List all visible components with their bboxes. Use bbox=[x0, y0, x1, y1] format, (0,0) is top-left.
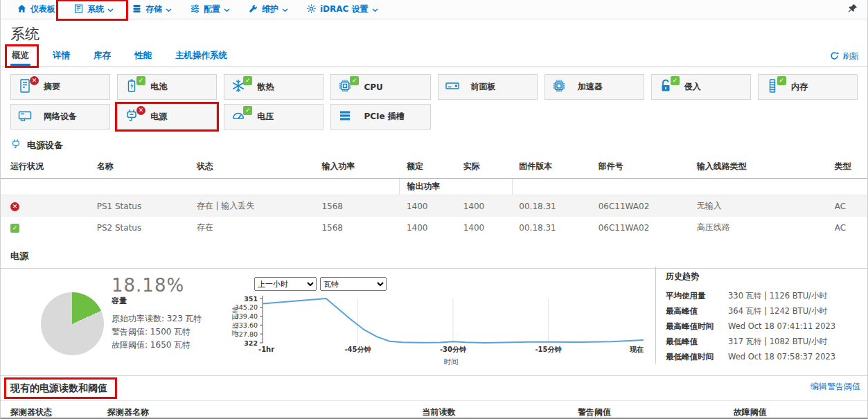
card-front-panel[interactable]: 前面板 bbox=[438, 74, 538, 100]
nav-label: 系统 bbox=[87, 3, 104, 15]
tab-label: 主机操作系统 bbox=[175, 50, 227, 60]
capacity-label: 容量 bbox=[112, 296, 202, 306]
nav-label: 存储 bbox=[145, 3, 162, 15]
psu-actual: 1400 bbox=[457, 217, 513, 238]
psu-header-row: 运行状况 名称 状态 输入功率 额定 实际 固件版本 部件号 输入线路类型 类型 bbox=[1, 155, 867, 179]
system-icon bbox=[73, 3, 84, 16]
history-row: 最低峰值 317 瓦特 | 1082 BTU/小时 bbox=[666, 337, 862, 347]
history-value: 317 瓦特 | 1082 BTU/小时 bbox=[728, 337, 827, 347]
col-name: 名称 bbox=[90, 155, 190, 179]
nav-item-maintenance[interactable]: 维护 bbox=[239, 0, 297, 19]
front-panel-icon bbox=[445, 78, 460, 96]
card-label: 侵入 bbox=[684, 81, 701, 93]
history-label: 最低峰值 bbox=[666, 337, 728, 347]
card-accelerator[interactable]: 加速器 bbox=[544, 74, 644, 100]
svg-text:-1hr: -1hr bbox=[258, 346, 274, 353]
tab-details[interactable]: 详情 bbox=[51, 46, 71, 66]
tab-performance[interactable]: 性能 bbox=[133, 46, 153, 66]
nav-item-dashboard[interactable]: 仪表板 bbox=[8, 0, 64, 19]
svg-text:339.40: 339.40 bbox=[235, 312, 258, 320]
psu-part-number: 06C11WA02 bbox=[592, 217, 690, 238]
status-card-grid: 摘要 电池 散热 CPU 前面板 加速器 侵入 内存 网络设备 电源 bbox=[10, 74, 858, 130]
card-network-devices[interactable]: 网络设备 bbox=[10, 104, 110, 130]
chevron-down-icon bbox=[224, 5, 230, 15]
power-section-title: 电源 bbox=[1, 249, 867, 269]
card-cooling[interactable]: 散热 bbox=[224, 74, 324, 100]
card-intrusion[interactable]: 侵入 bbox=[651, 74, 751, 100]
psu-line-type: 高压线路 bbox=[690, 217, 828, 238]
nav-item-configuration[interactable]: 配置 bbox=[181, 0, 239, 19]
card-label: 加速器 bbox=[578, 81, 603, 93]
tab-label: 详情 bbox=[53, 50, 70, 60]
col-firmware: 固件版本 bbox=[512, 155, 591, 179]
card-label: 散热 bbox=[257, 81, 274, 93]
psu-name: PS2 Status bbox=[90, 217, 190, 238]
pcie-slots-icon bbox=[337, 108, 353, 125]
raw-power-reading: 原始功率读数: 323 瓦特 bbox=[112, 312, 202, 326]
status-ok-badge bbox=[777, 76, 786, 85]
col-actual: 实际 bbox=[457, 155, 513, 179]
history-row: 最高峰值 364 瓦特 | 1242 BTU/小时 bbox=[666, 306, 862, 317]
psu-row-ps2: PS2 Status 存在 1568 1400 1400 00.18.31 06… bbox=[1, 217, 867, 238]
history-label: 最高峰值时间 bbox=[666, 321, 728, 332]
tab-label: 库存 bbox=[94, 50, 111, 60]
card-label: PCIe 插槽 bbox=[364, 111, 404, 123]
status-ok-badge bbox=[10, 224, 19, 233]
card-memory[interactable]: 内存 bbox=[758, 74, 858, 100]
nav-item-idrac-settings[interactable]: iDRAC 设置 bbox=[297, 0, 387, 19]
psu-section-header: 电源设备 bbox=[1, 139, 867, 155]
nav-label: 维护 bbox=[262, 3, 278, 15]
svg-text:现在: 现在 bbox=[629, 346, 644, 353]
history-label: 最低峰值时间 bbox=[666, 352, 728, 362]
psu-name: PS1 Status bbox=[90, 195, 190, 217]
history-value: 364 瓦特 | 1242 BTU/小时 bbox=[728, 306, 827, 317]
card-label: CPU bbox=[364, 82, 382, 92]
chevron-down-icon bbox=[166, 5, 172, 15]
edit-warning-threshold-link[interactable]: 编辑警告阈值 bbox=[811, 381, 860, 393]
col-current-reading: 当前读数 bbox=[415, 401, 571, 419]
history-value: Wed Oct 18 07:58:37 2023 bbox=[728, 352, 835, 362]
psu-table: 输出功率 运行状况 名称 状态 输入功率 额定 实际 固件版本 部件号 输入线路… bbox=[1, 155, 867, 238]
unit-select[interactable]: 瓦特 bbox=[320, 277, 387, 291]
tab-overview[interactable]: 概览 bbox=[10, 46, 30, 66]
nav-item-storage[interactable]: 存储 bbox=[123, 0, 181, 19]
pushpin-icon[interactable] bbox=[844, 3, 860, 16]
status-ok-badge bbox=[243, 76, 252, 85]
card-pcie-slots[interactable]: PCIe 插槽 bbox=[330, 104, 430, 130]
wrench-icon bbox=[248, 3, 258, 16]
col-warning-threshold: 警告阈值 bbox=[571, 401, 727, 419]
status-ok-badge bbox=[671, 76, 680, 85]
refresh-button[interactable]: 刷新 bbox=[830, 51, 859, 62]
card-label: 内存 bbox=[791, 81, 808, 93]
tab-label: 性能 bbox=[134, 50, 152, 60]
nav-label: 配置 bbox=[204, 3, 220, 15]
card-battery[interactable]: 电池 bbox=[117, 74, 217, 100]
col-probe-status: 探测器状态 bbox=[1, 401, 100, 419]
history-label: 最高峰值 bbox=[666, 306, 728, 317]
col-health: 运行状况 bbox=[1, 155, 90, 179]
svg-text:345.20: 345.20 bbox=[235, 303, 258, 311]
psu-status: 存在 | 输入丢失 bbox=[190, 195, 315, 217]
status-error-badge bbox=[136, 106, 145, 115]
warning-threshold-value: 警告阈值: 1500 瓦特 bbox=[112, 326, 202, 339]
nav-item-system[interactable]: 系统 bbox=[64, 0, 123, 19]
card-power[interactable]: 电源 bbox=[117, 104, 217, 130]
page-title: 系统 bbox=[10, 24, 867, 44]
accelerator-chip-icon bbox=[551, 78, 567, 96]
status-ok-badge bbox=[136, 76, 145, 85]
historical-trend-title: 历史趋势 bbox=[666, 271, 862, 283]
tab-host-os[interactable]: 主机操作系统 bbox=[174, 46, 229, 66]
card-cpu[interactable]: CPU bbox=[330, 74, 430, 100]
historical-trend-panel: 历史趋势 平均使用量 330 瓦特 | 1126 BTU/小时 最高峰值 364… bbox=[655, 267, 862, 364]
svg-text:327.80: 327.80 bbox=[235, 330, 258, 338]
card-summary[interactable]: 摘要 bbox=[10, 74, 110, 100]
card-label: 电压 bbox=[257, 111, 274, 123]
chevron-down-icon bbox=[372, 5, 378, 15]
network-card-icon bbox=[17, 108, 33, 125]
psu-line-type: 无输入 bbox=[690, 195, 828, 217]
psu-status: 存在 bbox=[190, 217, 315, 238]
tab-inventory[interactable]: 库存 bbox=[92, 46, 112, 66]
history-row: 平均使用量 330 瓦特 | 1126 BTU/小时 bbox=[666, 291, 862, 301]
card-voltage[interactable]: 电压 bbox=[224, 104, 324, 130]
period-select[interactable]: 上一小时 bbox=[254, 277, 317, 291]
